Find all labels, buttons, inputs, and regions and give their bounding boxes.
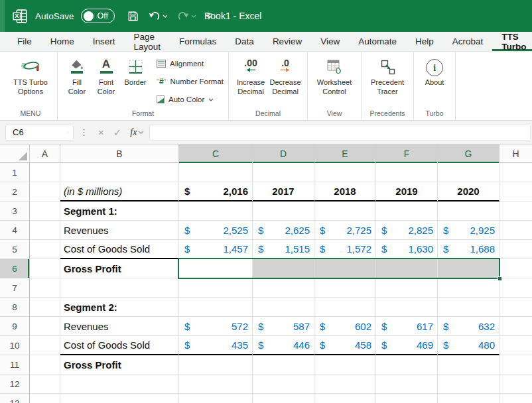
cell-C6-active[interactable] <box>179 259 253 278</box>
cell-G5[interactable]: $1,688 <box>438 240 499 259</box>
tab-page-layout[interactable]: Page Layout <box>125 32 170 51</box>
row-header-8[interactable]: 8 <box>0 298 30 317</box>
row-header-3[interactable]: 3 <box>0 202 30 221</box>
cell-F5[interactable]: $1,630 <box>376 240 438 259</box>
cell-C3[interactable] <box>179 202 253 221</box>
cell-F9[interactable]: $617 <box>376 317 438 336</box>
column-header-c[interactable]: C <box>179 144 253 163</box>
cell-A3[interactable] <box>30 202 60 221</box>
cell-A13[interactable] <box>30 394 60 403</box>
cell-H12[interactable] <box>499 374 532 394</box>
formula-bar-expand-icon[interactable] <box>138 131 144 135</box>
cell-G1[interactable] <box>438 163 499 182</box>
cell-B10[interactable]: Cost of Goods Sold <box>60 336 179 355</box>
cell-C2[interactable]: $2,016 <box>179 182 253 202</box>
column-header-d[interactable]: D <box>253 144 314 163</box>
row-header-1[interactable]: 1 <box>0 163 30 182</box>
tab-file[interactable]: File <box>8 32 41 51</box>
cell-E3[interactable] <box>314 202 376 221</box>
cell-F10[interactable]: $469 <box>376 336 438 355</box>
cell-D7[interactable] <box>253 278 314 298</box>
cell-C13[interactable] <box>179 394 253 403</box>
cell-H10[interactable] <box>499 336 532 355</box>
cell-D4[interactable]: $2,625 <box>253 221 314 240</box>
cell-C9[interactable]: $572 <box>179 317 253 336</box>
undo-button[interactable] <box>149 11 168 22</box>
cell-A11[interactable] <box>30 355 60 374</box>
cell-E2[interactable]: 2018 <box>314 182 376 202</box>
cell-F8[interactable] <box>376 298 438 317</box>
cell-A7[interactable] <box>30 278 60 298</box>
cell-F7[interactable] <box>376 278 438 298</box>
tab-insert[interactable]: Insert <box>84 32 125 51</box>
cell-F11[interactable] <box>376 355 438 374</box>
cell-H11[interactable] <box>499 355 532 374</box>
cell-A2[interactable] <box>30 182 60 202</box>
cell-G10[interactable]: $480 <box>438 336 499 355</box>
cell-D5[interactable]: $1,515 <box>253 240 314 259</box>
column-header-a[interactable]: A <box>30 144 60 163</box>
cell-G13[interactable] <box>438 394 499 403</box>
cell-G4[interactable]: $2,925 <box>438 221 499 240</box>
auto-color-button[interactable]: Auto Color <box>157 92 224 107</box>
cell-F3[interactable] <box>376 202 438 221</box>
cell-H7[interactable] <box>499 278 532 298</box>
fill-color-button[interactable]: Fill Color <box>62 55 92 97</box>
cell-A9[interactable] <box>30 317 60 336</box>
cell-C1[interactable] <box>179 163 253 182</box>
row-header-4[interactable]: 4 <box>0 221 30 240</box>
cell-E11[interactable] <box>314 355 376 374</box>
cell-H13[interactable] <box>499 394 532 403</box>
cell-F12[interactable] <box>376 374 438 394</box>
row-header-9[interactable]: 9 <box>0 317 30 336</box>
cell-B5[interactable]: Cost of Goods Sold <box>60 240 179 259</box>
cell-D9[interactable]: $587 <box>253 317 314 336</box>
cell-H2[interactable] <box>499 182 532 202</box>
cell-B6[interactable]: Gross Profit <box>60 259 179 278</box>
cell-F1[interactable] <box>376 163 438 182</box>
cell-E13[interactable] <box>314 394 376 403</box>
cell-G2[interactable]: 2020 <box>438 182 499 202</box>
decrease-decimal-button[interactable]: .0 Decrease Decimal <box>268 55 302 97</box>
cell-F4[interactable]: $2,825 <box>376 221 438 240</box>
row-header-6[interactable]: 6 <box>0 259 30 278</box>
cell-E6[interactable] <box>314 259 376 278</box>
cell-H5[interactable] <box>499 240 532 259</box>
cell-G3[interactable] <box>438 202 499 221</box>
cell-B13[interactable] <box>60 394 179 403</box>
cell-A12[interactable] <box>30 374 60 394</box>
cell-A1[interactable] <box>30 163 60 182</box>
cell-C4[interactable]: $2,525 <box>179 221 253 240</box>
cell-G9[interactable]: $632 <box>438 317 499 336</box>
cell-H4[interactable] <box>499 221 532 240</box>
cell-D11[interactable] <box>253 355 314 374</box>
cell-C11[interactable] <box>179 355 253 374</box>
row-header-7[interactable]: 7 <box>0 278 30 298</box>
cell-B9[interactable]: Revenues <box>60 317 179 336</box>
tab-acrobat[interactable]: Acrobat <box>443 32 493 51</box>
font-color-button[interactable]: A Font Color <box>92 55 121 97</box>
name-box[interactable]: C6 <box>5 125 74 141</box>
worksheet-control-button[interactable]: Worksheet Control <box>312 55 356 97</box>
cell-E10[interactable]: $458 <box>314 336 376 355</box>
cell-H9[interactable] <box>499 317 532 336</box>
cell-A6[interactable] <box>30 259 60 278</box>
cell-G6[interactable] <box>438 259 499 278</box>
cell-H6[interactable] <box>499 259 532 278</box>
row-header-12[interactable]: 12 <box>0 374 30 394</box>
tab-automate[interactable]: Automate <box>349 32 406 51</box>
tab-tts-turbo[interactable]: TTS Turbo <box>492 32 532 51</box>
cell-C8[interactable] <box>179 298 253 317</box>
cell-C10[interactable]: $435 <box>179 336 253 355</box>
column-header-b[interactable]: B <box>60 144 179 163</box>
cell-A5[interactable] <box>30 240 60 259</box>
cell-E7[interactable] <box>314 278 376 298</box>
cell-F6[interactable] <box>376 259 438 278</box>
tts-turbo-options-button[interactable]: TTS Turbo Options <box>9 55 52 97</box>
cell-B3[interactable]: Segment 1: <box>60 202 179 221</box>
cell-B4[interactable]: Revenues <box>60 221 179 240</box>
cell-C5[interactable]: $1,457 <box>179 240 253 259</box>
cell-E9[interactable]: $602 <box>314 317 376 336</box>
cell-F2[interactable]: 2019 <box>376 182 438 202</box>
cell-A10[interactable] <box>30 336 60 355</box>
